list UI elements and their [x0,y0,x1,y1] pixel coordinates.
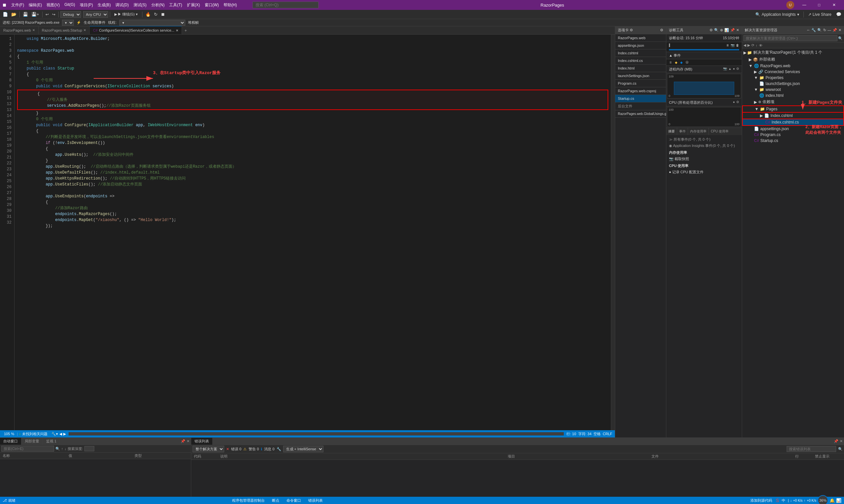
zoom-level[interactable]: 105 % [3,432,16,436]
err-error-count[interactable]: 错误 0 [231,447,241,452]
err-search-input[interactable] [787,446,836,452]
auto-nav-down[interactable]: ↓ [65,447,67,451]
auto-close-btn[interactable]: ✕ [187,439,190,444]
tab-sel-index-cshtmlcs[interactable]: Index.cshtml.cs [615,57,666,65]
se-refresh-btn[interactable]: ↻ [823,28,826,32]
err-warning-count[interactable]: 警告 0 [248,447,259,452]
diag-cpu-record[interactable]: ● 记录 CPU 配置文件 [669,169,739,175]
tab-sel-index-html[interactable]: Index.html [615,65,666,72]
diag-tab-cpu[interactable]: CPU 使用率 [709,128,730,135]
tree-index-cshtmlcs[interactable]: C# Index.cshtml.cs [742,119,844,126]
status-icon2[interactable]: 📊 [836,498,841,503]
tab-watch[interactable]: 监视 1 [43,438,60,445]
close-button[interactable]: ✕ [827,0,841,10]
debug-config-select[interactable]: Debug [60,11,81,18]
se-pin-btn[interactable]: 📌 [832,28,837,32]
add-tab-btn[interactable]: + [182,27,190,34]
command-window-tab[interactable]: 命令窗口 [283,497,304,504]
pkg-manager-tab[interactable]: 程序包管理器控制台 [229,497,268,504]
tab-razorpages-close[interactable]: ✕ [32,28,35,32]
scroll-right[interactable]: ▶ [63,432,66,436]
tree-startup[interactable]: C# Startup.cs [742,138,844,144]
se-sync-btn[interactable]: ↔ [806,28,810,32]
breakpoints-tab[interactable]: 断点 [269,497,282,504]
continue-btn[interactable]: ▶ ▶ 继续(G) ▾ [112,11,140,17]
tree-index-cshtml[interactable]: ▶ 📄 Index.cshtml [742,113,844,119]
menu-extend[interactable]: 扩展(X) [185,1,203,9]
err-build-select[interactable]: 生成 + IntelliSense [283,446,323,452]
auto-nav-up[interactable]: ↑ [61,447,63,451]
tree-wwwroot[interactable]: ▼ 📁 wwwroot [742,87,844,93]
add-source-btn[interactable]: 添加到源代码 [748,498,775,503]
se-toolbar-sync[interactable]: ⟳ [751,43,754,48]
diag-tab-summary[interactable]: 摘要 [666,128,677,135]
tab-sel-program[interactable]: Program.cs [615,80,666,87]
diag-zoom-icon[interactable]: ⊕ [720,28,723,32]
tab-selector-gear[interactable]: ⚙ [660,28,663,32]
open-btn[interactable]: 📂 [10,11,18,17]
tab-locals[interactable]: 局部变量 [21,438,43,445]
status-zh[interactable]: 中 [780,498,787,503]
tree-index-html[interactable]: 🌐 index.html [742,93,844,98]
tab-sel-startup[interactable]: Startup.cs [615,95,666,103]
tab-sel-globalusings[interactable]: RazorPages.web.GlobalUsings.g.cs [615,110,666,118]
memory-gear-icon[interactable]: ⚙ [736,67,739,72]
tab-sel-launchsettings[interactable]: launchSettings.json [615,72,666,80]
tree-pages[interactable]: ▼ 📁 Pages [742,105,844,113]
se-toolbar-back[interactable]: ◀ [743,43,746,48]
diag-pin-icon[interactable]: 📌 [730,28,735,32]
menu-bar[interactable]: 文件(F) 编辑(E) 视图(V) Git(G) 项目(P) 生成(B) 调试(… [9,1,239,9]
diag-settings-icon[interactable]: ⚙ [709,28,713,32]
scroll-left[interactable]: ◀ [59,432,62,436]
new-project-btn[interactable]: 📄 [1,11,9,17]
menu-edit[interactable]: 编辑(E) [27,1,44,9]
auto-search-input[interactable] [1,446,54,452]
tree-properties[interactable]: ▼ 📁 Properties [742,75,844,81]
cpu-icon2[interactable]: ⚙ [736,100,739,105]
solution-root[interactable]: ▶ 📁 解决方案'RazorPages'(1 个项目/共 1 个 [742,49,844,56]
status-icon1[interactable]: 🔔 [829,498,835,503]
menu-git[interactable]: Git(G) [62,1,77,9]
memory-cam-icon[interactable]: 📷 [723,67,727,72]
error-list-tab-btn[interactable]: 错误列表 [305,497,326,504]
save-all-btn[interactable]: 💾+ [30,11,40,17]
global-search[interactable] [253,2,318,8]
tab-configureservices[interactable]: C# ConfigureServices(IServiceCollection … [90,26,182,34]
menu-debug[interactable]: 调试(D) [113,1,131,9]
se-collapse-btn[interactable]: — [828,28,831,32]
diag-chart-icon[interactable]: 📊 [724,28,729,32]
process-select[interactable]: ▾ [62,20,74,26]
memory-dot-icon[interactable]: ● [733,67,735,72]
se-toolbar-up[interactable]: ↑ [756,43,758,48]
diag-tab-events[interactable]: 事件 [677,128,688,135]
menu-build[interactable]: 生成(B) [95,1,113,9]
err-search-icon[interactable]: 🔍 [838,447,843,451]
diag-close-icon[interactable]: ✕ [736,28,739,32]
menu-test[interactable]: 测试(S) [131,1,149,9]
status-git[interactable]: ⎇ 就绪 [0,497,18,504]
err-scope-select[interactable]: 整个解决方案 [192,446,224,452]
stop-btn[interactable]: ⏹ [159,11,167,17]
menu-analyze[interactable]: 分析(N) [149,1,167,9]
auto-depth-input[interactable] [84,446,94,451]
live-share-btn[interactable]: ↗ Live Share [806,12,834,17]
user-avatar[interactable]: U [786,1,794,9]
tree-appsettings[interactable]: 📄 appsettings.json [742,126,844,132]
editor-scrollbar[interactable] [611,35,615,430]
diag-search-icon[interactable]: 🔍 [714,28,719,32]
feedback-btn[interactable]: 💬 [835,11,843,17]
se-close-btn[interactable]: ✕ [839,28,841,32]
se-properties-btn[interactable]: 🔧 [811,28,816,32]
se-filter-btn[interactable]: 🔍 [817,28,822,32]
menu-project[interactable]: 项目(P) [77,1,95,9]
memory-tri-icon[interactable]: ▲ [728,67,731,72]
tab-razorpages[interactable]: RazorPages.web ✕ [0,26,38,34]
maximize-button[interactable]: □ [812,0,827,10]
save-btn[interactable]: 💾 [21,11,29,17]
tab-sel-razorpages[interactable]: RazorPages.web [615,34,666,42]
tab-startup[interactable]: RazorPages.web.Startup ✕ [38,26,90,34]
cpu-icon1[interactable]: ● [733,100,735,105]
err-msg-count[interactable]: 消息 0 [264,447,274,452]
menu-help[interactable]: 帮助(H) [221,1,239,9]
tree-program[interactable]: C# Program.cs [742,132,844,138]
